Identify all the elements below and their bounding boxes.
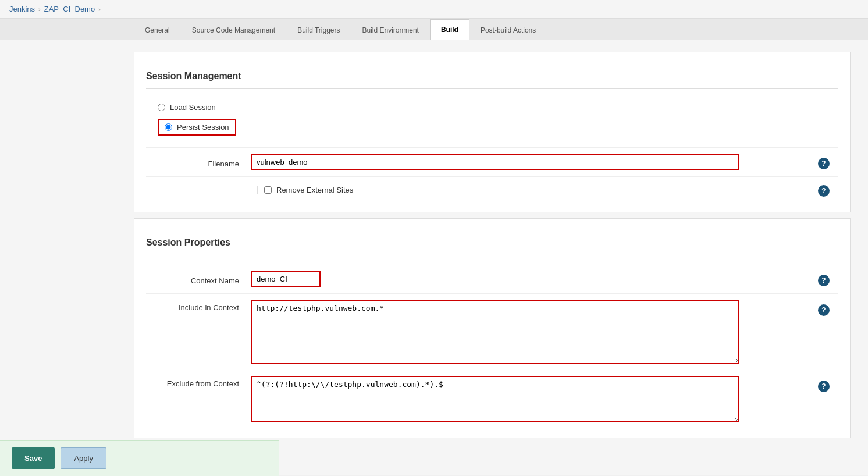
context-name-control xyxy=(251,271,809,287)
filename-help-icon[interactable]: ? xyxy=(818,158,830,169)
tab-build-environment[interactable]: Build Environment xyxy=(351,20,430,40)
breadcrumb: Jenkins › ZAP_CI_Demo › xyxy=(0,0,868,19)
breadcrumb-jenkins[interactable]: Jenkins xyxy=(9,5,35,13)
remove-external-help-icon[interactable]: ? xyxy=(818,185,830,197)
session-management-title: Session Management xyxy=(146,62,838,89)
include-in-context-row: Include in Context http://testphp.vulnwe… xyxy=(146,293,838,370)
exclude-from-context-label: Exclude from Context xyxy=(146,376,251,388)
exclude-from-context-help-icon[interactable]: ? xyxy=(818,381,830,392)
context-name-help-icon[interactable]: ? xyxy=(818,275,830,286)
persist-session-radio[interactable] xyxy=(165,123,172,131)
breadcrumb-sep2: › xyxy=(98,6,101,13)
breadcrumb-project[interactable]: ZAP_CI_Demo xyxy=(44,5,95,13)
exclude-from-context-textarea[interactable]: ^(?:(?!http:\/\/testphp.vulnweb.com).*).… xyxy=(251,376,739,422)
tab-bar: General Source Code Management Build Tri… xyxy=(0,19,868,40)
action-bar: Save Apply xyxy=(0,440,279,475)
load-session-radio-row[interactable]: Load Session xyxy=(158,98,838,116)
persist-session-label: Persist Session xyxy=(177,123,229,132)
exclude-from-context-row: Exclude from Context ^(?:(?!http:\/\/tes… xyxy=(146,370,838,428)
include-in-context-control: http://testphp.vulnweb.com.* xyxy=(251,300,806,364)
tab-build[interactable]: Build xyxy=(430,19,469,40)
context-name-label: Context Name xyxy=(146,273,251,285)
filename-row: Filename ? xyxy=(146,147,838,176)
tab-source-code[interactable]: Source Code Management xyxy=(181,20,286,40)
session-management-section: Session Management Load Session Persist … xyxy=(134,52,851,212)
load-session-radio[interactable] xyxy=(158,104,165,111)
remove-external-sites-spacer xyxy=(146,188,251,191)
persist-session-radio-row[interactable]: Persist Session xyxy=(158,119,236,136)
filename-control xyxy=(251,154,809,170)
context-name-input[interactable] xyxy=(251,271,321,287)
main-content: Session Management Load Session Persist … xyxy=(0,40,868,475)
content-panel: Session Management Load Session Persist … xyxy=(0,40,868,452)
remove-external-sites-checkbox[interactable] xyxy=(264,186,272,194)
tab-post-build[interactable]: Post-build Actions xyxy=(469,20,547,40)
tab-general[interactable]: General xyxy=(134,20,181,40)
filename-input[interactable] xyxy=(251,154,739,170)
include-in-context-label: Include in Context xyxy=(146,300,251,312)
remove-external-sites-label: Remove External Sites xyxy=(276,186,353,194)
remove-external-sites-row: Remove External Sites ? xyxy=(146,176,838,203)
session-properties-title: Session Properties xyxy=(146,228,838,255)
save-button[interactable]: Save xyxy=(12,447,55,469)
include-in-context-textarea[interactable]: http://testphp.vulnweb.com.* xyxy=(251,300,739,364)
load-session-label: Load Session xyxy=(170,103,216,112)
breadcrumb-sep1: › xyxy=(38,6,41,13)
exclude-from-context-control: ^(?:(?!http:\/\/testphp.vulnweb.com).*).… xyxy=(251,376,806,422)
filename-label: Filename xyxy=(146,156,251,168)
remove-external-sites-checkbox-row[interactable]: Remove External Sites xyxy=(264,186,353,194)
session-properties-section: Session Properties Context Name ? Includ… xyxy=(134,218,851,438)
context-name-row: Context Name ? xyxy=(146,265,838,293)
tab-build-triggers[interactable]: Build Triggers xyxy=(286,20,351,40)
apply-button[interactable]: Apply xyxy=(61,447,106,469)
include-in-context-help-icon[interactable]: ? xyxy=(818,304,830,316)
